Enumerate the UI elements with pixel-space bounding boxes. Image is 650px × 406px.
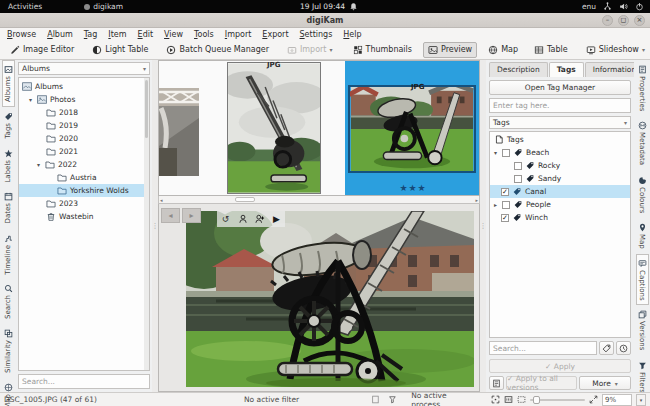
albums-search-input[interactable]	[18, 374, 150, 389]
album-tree-item[interactable]: 2021	[19, 145, 149, 158]
sidebar-tab-captions[interactable]: Captions	[636, 254, 649, 306]
album-tree-item[interactable]: Wastebin	[19, 210, 149, 223]
sidebar-tab-search[interactable]: Search	[2, 279, 15, 324]
checkbox[interactable]	[514, 162, 522, 170]
menu-tag[interactable]: Tag	[84, 30, 98, 39]
minimize-button[interactable]: –	[602, 15, 613, 26]
slideshow-button[interactable]: Slideshow ▾	[581, 42, 650, 58]
tag-tree-item[interactable]: ✓ Winch	[490, 211, 630, 224]
sidebar-tab-metadata[interactable]: Metadata	[636, 116, 649, 170]
import-button[interactable]: Import ▾	[282, 42, 338, 58]
tag-tree-item[interactable]: Rocky	[490, 159, 630, 172]
rotate-icon[interactable]: ↺	[217, 211, 234, 227]
expander-icon[interactable]: ▸	[492, 201, 499, 208]
close-button[interactable]: ×	[634, 15, 645, 26]
menu-tools[interactable]: Tools	[194, 30, 214, 39]
tag-tree-item[interactable]: Sandy	[490, 172, 630, 185]
keyboard-layout-indicator[interactable]: enu	[582, 2, 596, 11]
checkbox[interactable]: ✓	[501, 188, 509, 196]
scroll-right-arrow-icon[interactable]: ▸	[475, 197, 478, 203]
previous-image-button[interactable]: ◂	[161, 208, 180, 223]
album-tree-item[interactable]: 2020	[19, 132, 149, 145]
album-tree-item[interactable]: Austria	[19, 171, 149, 184]
album-tree-item[interactable]: 2019	[19, 119, 149, 132]
album-tree-item[interactable]: 2018	[19, 106, 149, 119]
status-doc-icon[interactable]	[371, 395, 380, 404]
play-icon[interactable]: ▶	[268, 211, 285, 227]
sidebar-tab-map-right[interactable]: Map	[636, 218, 649, 254]
assigned-tags-filter-button[interactable]	[599, 341, 614, 355]
tag-tree-item[interactable]: Tags	[490, 133, 630, 146]
album-tree-item[interactable]: 2023	[19, 197, 149, 210]
read-from-file-button[interactable]	[489, 376, 504, 390]
checkbox[interactable]	[502, 201, 510, 209]
zoom-fit-icon[interactable]	[491, 395, 500, 404]
zoom-dropdown-button[interactable]: ▾	[636, 394, 646, 406]
tags-combo-header[interactable]: Tags ▾	[489, 116, 631, 129]
menu-view[interactable]: View	[164, 30, 183, 39]
more-button[interactable]: More ▾	[579, 376, 631, 390]
checkbox[interactable]	[502, 149, 510, 157]
checkbox[interactable]: ✓	[501, 214, 509, 222]
preview-button[interactable]: Preview	[423, 42, 477, 58]
expander-icon[interactable]: ▾	[492, 149, 499, 156]
menu-export[interactable]: Export	[262, 30, 288, 39]
table-button[interactable]: Table	[529, 42, 573, 58]
batch-queue-button[interactable]: Batch Queue Manager	[161, 42, 273, 58]
light-table-button[interactable]: Light Table	[87, 42, 153, 58]
next-image-button[interactable]: ▸	[182, 208, 201, 223]
sidebar-tab-colours[interactable]: Colours	[636, 171, 649, 218]
thumbnail-scrollbar[interactable]: ◂ ▸	[158, 196, 480, 204]
image-editor-button[interactable]: Image Editor	[5, 42, 79, 58]
sidebar-tab-timeline[interactable]: Timeline	[2, 229, 15, 280]
tab-description[interactable]: Description	[489, 62, 548, 77]
sidebar-tab-versions[interactable]: Versions	[636, 305, 649, 355]
thumbnail-item[interactable]: JPG	[227, 61, 323, 195]
recent-tags-button[interactable]	[616, 341, 631, 355]
apply-all-versions-button[interactable]: ✓ Apply to all versions	[506, 376, 577, 390]
sidebar-tab-tags[interactable]: Tags	[2, 107, 15, 144]
menu-import[interactable]: Import	[225, 30, 252, 39]
albums-header-combo[interactable]: Albums ▾	[18, 62, 150, 75]
zoom-slider-handle[interactable]	[533, 396, 540, 404]
activities-button[interactable]: Activities	[8, 2, 42, 11]
app-indicator[interactable]: digikam	[84, 2, 123, 11]
tab-tags[interactable]: Tags	[549, 62, 584, 77]
tags-search-input[interactable]	[489, 341, 597, 355]
thumbnail-item[interactable]	[159, 61, 203, 195]
expander-icon[interactable]: ▾	[27, 96, 34, 103]
tag-tree-item-selected[interactable]: ✓ Canal	[490, 185, 630, 198]
scrollbar-thumb[interactable]	[235, 197, 255, 202]
maximize-button[interactable]: ◻	[618, 15, 629, 26]
menu-edit[interactable]: Edit	[138, 30, 154, 39]
clock-area[interactable]: 19 Jul 09:44	[300, 0, 358, 13]
tag-tree-item[interactable]: ▾ Beach	[490, 146, 630, 159]
tag-tree-item[interactable]: ▸ People	[490, 198, 630, 211]
status-filter-icon[interactable]	[388, 395, 397, 404]
menu-help[interactable]: Help	[343, 30, 361, 39]
map-button[interactable]: Map	[483, 42, 523, 58]
zoom-expand-icon[interactable]	[589, 395, 598, 404]
scroll-left-arrow-icon[interactable]: ◂	[160, 197, 163, 203]
checkbox[interactable]	[514, 175, 522, 183]
thumbnail-item-selected[interactable]: JPG ★★★	[345, 61, 480, 195]
system-tray[interactable]: enu	[582, 2, 644, 11]
expander-icon[interactable]: ▾	[35, 161, 42, 168]
slideshow-caret-icon[interactable]: ▾	[642, 46, 645, 53]
album-tree-item[interactable]: ▾ 2022	[19, 158, 149, 171]
menu-album[interactable]: Album	[47, 30, 73, 39]
thumbnails-button[interactable]: Thumbnails	[348, 42, 417, 58]
add-face-icon[interactable]	[251, 211, 268, 227]
rating-stars[interactable]: ★★★	[345, 183, 480, 193]
sidebar-tab-dates[interactable]: Dates	[2, 187, 15, 228]
album-tree-item[interactable]: ▾ Photos	[19, 93, 149, 106]
zoom-select-icon[interactable]	[517, 395, 526, 404]
face-detect-icon[interactable]	[234, 211, 251, 227]
open-tag-manager-button[interactable]: Open Tag Manager	[489, 80, 631, 95]
album-tree-item-selected[interactable]: Yorkshire Wolds	[19, 184, 149, 197]
zoom-percentage-field[interactable]: 9%	[602, 394, 632, 406]
tag-entry-input[interactable]	[489, 98, 631, 113]
menu-settings[interactable]: Settings	[300, 30, 333, 39]
sidebar-tab-labels[interactable]: Labels	[2, 144, 15, 188]
window-title-bar[interactable]: digiKam – ◻ ×	[0, 13, 650, 28]
